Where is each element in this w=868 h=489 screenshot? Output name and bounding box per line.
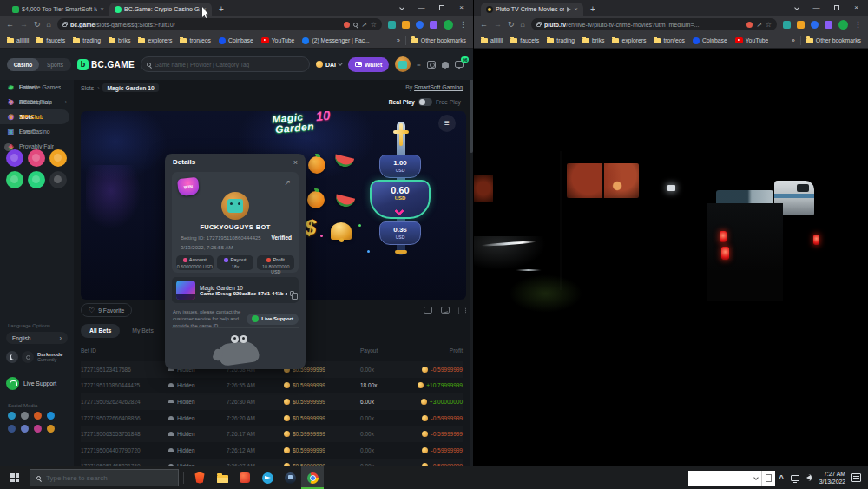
tab-all-bets[interactable]: All Bets <box>81 324 120 338</box>
promo-icon[interactable] <box>6 171 23 188</box>
extension-icon[interactable] <box>388 21 396 29</box>
taskbar-clock[interactable]: 7:27 AM 3/13/2022 <box>819 470 845 486</box>
bet-row[interactable]: 1727195063553751848 Hidden 7:26:17 AM $0… <box>81 426 463 442</box>
game-search-input[interactable] <box>155 62 304 68</box>
live-support-button[interactable]: Live Support <box>6 377 56 390</box>
bet-step-up[interactable]: 1.00 USD <box>379 155 421 178</box>
taskbar-address-input[interactable] <box>688 471 761 486</box>
bookmark-item[interactable]: faucets <box>36 37 65 44</box>
social-icon[interactable] <box>8 412 16 420</box>
extension-icon[interactable] <box>797 21 805 29</box>
bookmarks-overflow-icon[interactable]: » <box>792 37 795 43</box>
taskbar-app-chrome[interactable] <box>301 466 324 489</box>
other-bookmarks-button[interactable]: Other bookmarks <box>806 37 861 43</box>
tab-sports[interactable]: Sports <box>39 58 71 71</box>
forward-icon[interactable]: → <box>20 20 28 29</box>
close-button[interactable]: × <box>846 0 866 16</box>
bet-row[interactable]: 1727195072666408856 Hidden 7:26:20 AM $0… <box>81 410 463 426</box>
breadcrumb-section[interactable]: Slots <box>81 85 94 91</box>
bcgame-logo[interactable]: b BC.GAME <box>77 59 135 70</box>
bookmark-star-icon[interactable]: ☆ <box>766 21 772 29</box>
game-search[interactable] <box>141 56 310 72</box>
minimize-button[interactable]: — <box>806 0 826 16</box>
new-tab-button[interactable]: + <box>587 3 599 16</box>
bet-amount-selector[interactable]: 0.60 USD <box>370 180 431 219</box>
extension-icon[interactable] <box>811 21 819 29</box>
bookmark-item[interactable]: alllllll <box>7 37 29 44</box>
bet-id[interactable]: 1727195072666408856 <box>81 415 168 421</box>
maximize-button[interactable] <box>826 0 846 16</box>
bookmark-item[interactable]: alllllll <box>481 37 503 44</box>
video-player[interactable] <box>474 144 868 349</box>
tab-casino[interactable]: Casino <box>7 58 39 71</box>
bookmark-item[interactable]: YouTube <box>261 37 295 44</box>
social-icon[interactable] <box>47 425 55 433</box>
sidebar-item[interactable]: ♛ VIP Club <box>0 109 74 124</box>
bookmark-item[interactable]: briks <box>108 37 130 44</box>
bookmark-item[interactable]: YouTube <box>735 37 769 44</box>
bet-id[interactable]: 1727195004407790720 <box>81 447 168 453</box>
bet-id[interactable]: 1727195110860444425 <box>81 382 168 388</box>
bookmark-item[interactable]: briks <box>582 37 604 44</box>
game-info-card[interactable]: Magic Garden 10 Game ID:ssg-020ca8ee-57d… <box>172 277 299 303</box>
sidebar-item[interactable]: ◎ Favorite Games <box>0 80 74 95</box>
sidebar-item[interactable]: ◈ Provably Fair <box>0 139 74 154</box>
bet-step-down[interactable]: 0.36 USD <box>379 221 421 245</box>
home-icon[interactable]: ⌂ <box>47 20 51 29</box>
taskbar-app-telegram[interactable] <box>256 466 279 489</box>
bet-row[interactable]: 1727195051465821760 Hidden 7:26:07 AM $0… <box>81 459 463 466</box>
tab-my-bets[interactable]: My Bets <box>123 324 162 338</box>
currency-selector[interactable]: DAI <box>316 61 342 68</box>
provider-link[interactable]: By SmartSoft Gaming <box>405 84 463 90</box>
live-support-button[interactable]: Live Support <box>247 314 299 325</box>
address-bar[interactable]: bc.game/slots-game/ssg:Slots:Fruit10/ ↗ … <box>57 18 382 30</box>
social-icon[interactable] <box>47 412 55 420</box>
browser-tab-pluto[interactable]: Pluto TV Crime Movies on Pl × <box>481 3 583 16</box>
taskbar-app-brave[interactable] <box>188 466 211 489</box>
verified-badge[interactable]: Verified <box>272 235 292 241</box>
password-warning-icon[interactable] <box>344 22 350 28</box>
notifications-icon[interactable] <box>442 62 449 68</box>
share-icon[interactable]: ↗ <box>284 178 291 187</box>
bookmark-item[interactable]: (2) Messenger | Fac... <box>302 37 369 44</box>
back-icon[interactable]: ← <box>480 20 488 29</box>
theater-mode-icon[interactable] <box>424 307 432 314</box>
language-selector[interactable]: English › <box>6 332 68 344</box>
bookmark-item[interactable]: faucets <box>510 37 539 44</box>
address-bar[interactable]: pluto.tv/en/live-tv/pluto-tv-crime-movie… <box>531 18 777 30</box>
sidebar-item[interactable]: ▤ Forum <box>0 124 74 139</box>
other-bookmarks-button[interactable]: Other bookmarks <box>411 37 466 43</box>
bookmark-item[interactable]: explorers <box>138 37 172 44</box>
bookmark-item[interactable]: Coinbase <box>693 37 727 44</box>
reload-icon[interactable]: ↻ <box>34 20 41 29</box>
bet-row[interactable]: 1727195110860444425 Hidden 7:26:55 AM $0… <box>81 378 463 394</box>
tab-search-icon[interactable] <box>391 0 411 16</box>
close-button[interactable]: × <box>451 0 471 16</box>
favorite-button[interactable]: ♡ 9 Favorite <box>81 303 132 317</box>
darkmode-toggle[interactable] <box>6 351 18 363</box>
sidebar-item[interactable]: ↻ Recent Play <box>0 95 74 109</box>
bookmark-item[interactable]: trading <box>547 37 575 44</box>
browser-tab-smartsoft[interactable]: $4,000 Top Tier SmartSoft Multip × <box>7 3 109 16</box>
browser-menu-icon[interactable]: ⋮ <box>459 20 467 29</box>
bookmarks-overflow-icon[interactable]: » <box>397 37 400 43</box>
extension-icon[interactable] <box>416 21 424 29</box>
bet-row[interactable]: 1727195092624262824 Hidden 7:26:30 AM $0… <box>81 393 463 410</box>
bookmark-item[interactable]: tron/eos <box>180 37 211 44</box>
bookmark-item[interactable]: tron/eos <box>654 37 685 44</box>
home-icon[interactable]: ⌂ <box>521 20 525 29</box>
browser-menu-icon[interactable]: ⋮ <box>854 20 862 29</box>
social-icon[interactable] <box>8 425 16 433</box>
social-icon[interactable] <box>34 425 42 433</box>
password-warning-icon[interactable] <box>746 22 753 28</box>
tab-close-icon[interactable]: × <box>574 5 578 13</box>
social-icon[interactable] <box>21 425 29 433</box>
extension-icon[interactable] <box>402 21 410 29</box>
taskbar-app-explorer[interactable] <box>211 466 233 489</box>
social-icon[interactable] <box>34 412 42 420</box>
taskbar-search-input[interactable] <box>46 474 172 482</box>
bookmark-star-icon[interactable]: ☆ <box>371 21 377 29</box>
chevron-down-icon[interactable] <box>394 206 404 215</box>
bookmark-item[interactable]: explorers <box>612 37 646 44</box>
taskbar-app-red[interactable] <box>233 466 256 489</box>
